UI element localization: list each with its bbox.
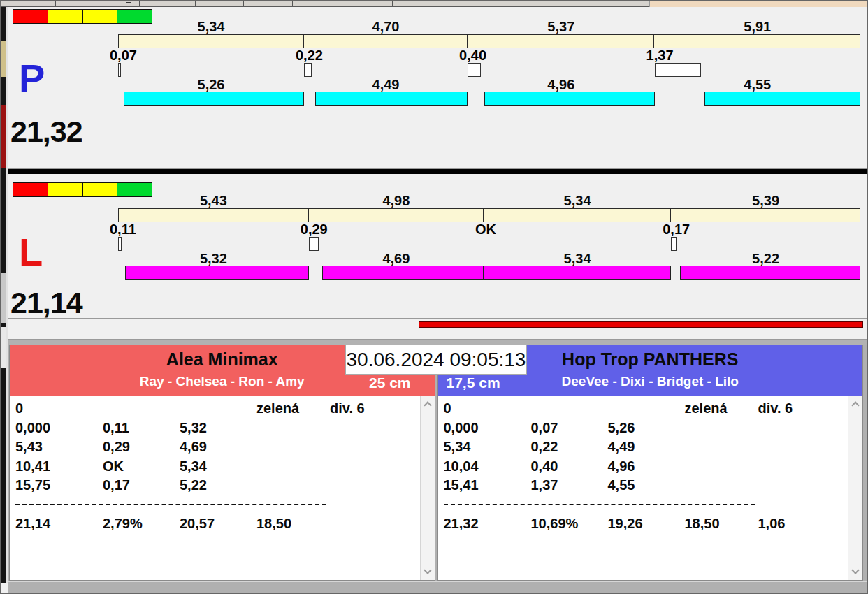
box-ok-tick bbox=[484, 237, 484, 251]
run-time-bar bbox=[125, 266, 309, 280]
run-time-bar bbox=[315, 92, 468, 106]
result-scrollbar[interactable] bbox=[420, 396, 435, 580]
run-label-row: 5,264,494,964,55 bbox=[118, 78, 860, 92]
totals-separator bbox=[444, 504, 755, 505]
lane-letter: L bbox=[19, 233, 43, 272]
toolbar-handle bbox=[126, 2, 131, 3]
run-label-row-cell: 5,32 bbox=[118, 252, 309, 266]
box-time-label: 0,29 bbox=[301, 222, 328, 237]
leg-value: 0,000 bbox=[15, 419, 103, 438]
lane-total-time: 21,14 bbox=[10, 286, 82, 320]
split-bar bbox=[118, 208, 860, 222]
result-scrollbar[interactable] bbox=[848, 396, 862, 580]
split-label-row-cell: 5,91 bbox=[655, 20, 860, 34]
box-row-cell bbox=[468, 63, 654, 78]
box-time-box bbox=[304, 63, 312, 77]
box-label-row: 0,070,220,401,37 bbox=[118, 48, 860, 63]
split-bar-segment bbox=[468, 35, 654, 48]
lane-panel-p: P21,325,344,705,375,910,070,220,401,375,… bbox=[8, 7, 867, 169]
run-label-row: 5,324,695,345,22 bbox=[118, 252, 860, 266]
run-label-row-cell: 5,22 bbox=[671, 252, 860, 266]
box-label-row-cell: 0,22 bbox=[304, 48, 468, 63]
scroll-down-icon[interactable] bbox=[851, 566, 859, 574]
split-bar-segment bbox=[654, 35, 860, 48]
split-bar-segment bbox=[304, 35, 468, 48]
run-bar-row-cell bbox=[309, 266, 484, 280]
leg-value: 0,11 bbox=[103, 419, 180, 438]
run-bar-row-cell bbox=[118, 92, 304, 106]
leg-value: 4,69 bbox=[180, 437, 256, 457]
total-value: 2,79% bbox=[103, 514, 180, 534]
run-bar-row-cell bbox=[655, 92, 860, 106]
scroll-down-icon[interactable] bbox=[424, 566, 431, 574]
split-bar-segment bbox=[119, 209, 309, 222]
box-time-label: OK bbox=[475, 222, 496, 237]
box-row-cell bbox=[118, 63, 304, 78]
leg-result-row: 5,430,294,69 bbox=[15, 437, 420, 457]
leg-value: 0,22 bbox=[531, 437, 608, 457]
leg-value: 10,41 bbox=[15, 457, 103, 477]
split-bar-segment bbox=[119, 35, 304, 48]
run-bar-row bbox=[118, 92, 860, 106]
box-time-label: 0,11 bbox=[110, 222, 136, 237]
leg-value: 1,37 bbox=[531, 476, 608, 495]
split-time-label: 5,91 bbox=[655, 20, 860, 34]
traffic-light-cell bbox=[13, 10, 48, 23]
box-row-cell bbox=[655, 63, 860, 78]
total-value: 10,69% bbox=[531, 514, 608, 534]
race-progress-row bbox=[8, 319, 867, 339]
box-label-row-cell: 0,40 bbox=[468, 48, 654, 63]
box-row-cell bbox=[118, 237, 309, 252]
split-time-label: 5,39 bbox=[671, 194, 860, 208]
box-row-cell bbox=[304, 63, 468, 78]
run-label-row-cell: 5,26 bbox=[118, 78, 304, 92]
status-label: zelená bbox=[685, 399, 758, 419]
division-label: div. 6 bbox=[758, 399, 828, 419]
split-label-row: 5,344,705,375,91 bbox=[118, 20, 860, 34]
box-label-row-cell: 0,29 bbox=[309, 222, 484, 237]
team-dogs: DeeVee - Dixi - Bridget - Lilo bbox=[438, 372, 863, 396]
toolbar-divider bbox=[139, 1, 140, 6]
split-time-label: 4,70 bbox=[304, 20, 468, 34]
leg-value: 5,32 bbox=[180, 419, 256, 438]
traffic-light-cell bbox=[83, 10, 118, 23]
total-value: 18,50 bbox=[685, 514, 758, 534]
horizontal-divider bbox=[8, 339, 867, 345]
box-time-box bbox=[671, 237, 677, 251]
lane-letter: P bbox=[19, 59, 45, 98]
run-count: 0 bbox=[444, 399, 685, 419]
traffic-light-cell bbox=[48, 10, 83, 23]
box-time-label: 0,07 bbox=[110, 48, 137, 63]
leg-result-row: 10,41OK5,34 bbox=[15, 457, 420, 477]
run-time-bar bbox=[484, 92, 654, 106]
team-panels: 30.06.2024 09:05:13 Alea Minimax Ray - C… bbox=[8, 345, 867, 581]
toolbar-divider bbox=[340, 1, 340, 6]
total-value: 19,26 bbox=[608, 514, 685, 534]
run-time-label: 5,34 bbox=[484, 252, 671, 266]
leg-result-row: 5,340,224,49 bbox=[444, 437, 848, 457]
total-value: 20,57 bbox=[180, 514, 256, 534]
scroll-up-icon[interactable] bbox=[424, 401, 431, 409]
run-bar-row-cell bbox=[484, 266, 671, 280]
jump-height: 17,5 cm bbox=[447, 375, 500, 391]
run-time-label: 4,96 bbox=[468, 78, 654, 92]
leg-value: 5,43 bbox=[15, 437, 103, 457]
run-bar-row-cell bbox=[468, 92, 654, 106]
box-label-row-cell: OK bbox=[484, 222, 671, 237]
scroll-up-icon[interactable] bbox=[851, 401, 859, 409]
leg-result-row: 15,750,175,22 bbox=[15, 476, 420, 495]
leg-value: OK bbox=[103, 457, 180, 477]
run-time-label: 4,55 bbox=[655, 78, 860, 92]
box-time-label: 0,22 bbox=[296, 48, 323, 63]
toolbar-divider bbox=[55, 1, 56, 6]
lane-total-time: 21,32 bbox=[10, 115, 82, 149]
team-result-body: 0zelenádiv. 60,0000,115,325,430,294,6910… bbox=[10, 396, 435, 580]
box-label-row-cell: 0,07 bbox=[118, 48, 304, 63]
box-time-box bbox=[309, 237, 319, 251]
total-value: 21,14 bbox=[15, 514, 103, 534]
run-time-label: 5,22 bbox=[671, 252, 860, 266]
jump-height: 25 cm bbox=[369, 375, 411, 391]
leg-value: 0,29 bbox=[103, 437, 180, 457]
split-label-row: 5,434,985,345,39 bbox=[118, 194, 860, 208]
traffic-light-cell bbox=[48, 183, 83, 196]
